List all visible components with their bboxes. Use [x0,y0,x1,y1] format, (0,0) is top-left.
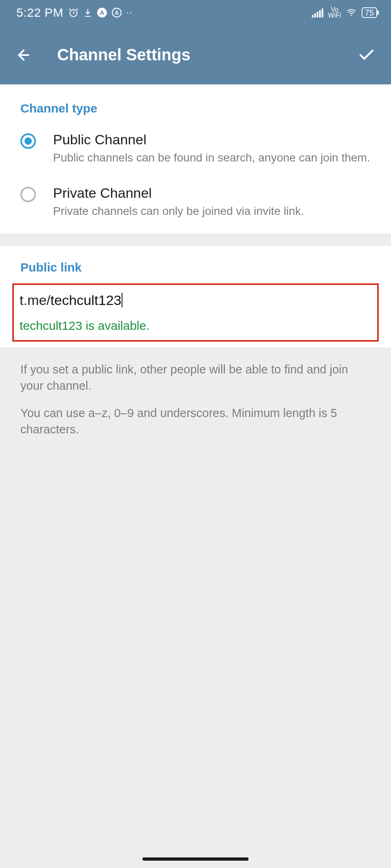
hint-line-1: If you set a public link, other people w… [20,361,371,394]
radio-private[interactable] [20,187,36,202]
network-bottom: WiFi [328,13,341,18]
network-label: Vo WiFi [328,7,341,18]
signal-icon [312,8,324,18]
svg-text:A: A [100,9,104,16]
public-link-section: Public link t.me/techcult123 techcult123… [0,246,391,347]
alarm-icon [68,7,79,18]
app-a-icon: A [97,7,107,18]
back-button[interactable] [15,46,33,64]
status-bar: 5:22 PM A A ·· V [0,0,391,25]
channel-type-heading: Channel type [0,84,391,124]
wifi-icon [345,8,358,18]
svg-text:A: A [115,9,119,16]
public-link-hint: If you set a public link, other people w… [0,347,391,452]
hint-line-2: You can use a–z, 0–9 and underscores. Mi… [20,405,371,438]
svg-rect-7 [317,12,318,18]
option-label: Public Channel [53,132,370,148]
status-left: 5:22 PM A A ·· [16,6,133,20]
screen: 5:22 PM A A ·· V [0,0,391,868]
page-title: Channel Settings [57,46,357,64]
public-link-input[interactable]: techcult123 [51,292,122,308]
svg-rect-8 [319,10,321,18]
app-a-outline-icon: A [111,7,122,18]
battery-indicator: 75 [362,7,377,18]
app-bar: Channel Settings [0,25,391,84]
radio-public[interactable] [20,133,36,149]
option-label: Private Channel [53,185,304,201]
svg-point-10 [351,15,352,16]
svg-rect-6 [314,13,316,18]
section-separator [0,234,391,246]
confirm-button[interactable] [357,45,376,65]
option-public-channel[interactable]: Public Channel Public channels can be fo… [0,124,391,178]
channel-type-section: Channel type Public Channel Public chann… [0,84,391,234]
link-prefix: t.me/ [20,292,51,308]
check-icon [358,46,375,64]
status-right: Vo WiFi 75 [312,7,377,18]
svg-rect-5 [312,15,313,18]
more-dots-icon: ·· [126,7,133,18]
public-link-row[interactable]: t.me/techcult123 [20,292,371,308]
download-icon [83,8,93,18]
option-content: Public Channel Public channels can be fo… [53,132,370,166]
arrow-left-icon [16,47,32,63]
option-content: Private Channel Private channels can onl… [53,185,304,219]
status-time: 5:22 PM [16,6,63,20]
home-indicator[interactable] [142,857,249,861]
public-link-heading: Public link [0,246,391,283]
svg-rect-9 [322,9,323,18]
option-desc: Public channels can be found in search, … [53,150,370,166]
option-desc: Private channels can only be joined via … [53,203,304,219]
option-private-channel[interactable]: Private Channel Private channels can onl… [0,178,391,234]
link-availability-status: techcult123 is available. [20,319,371,333]
status-icons-left: A A ·· [68,7,133,18]
text-cursor [122,293,122,307]
public-link-box: t.me/techcult123 techcult123 is availabl… [12,283,379,342]
